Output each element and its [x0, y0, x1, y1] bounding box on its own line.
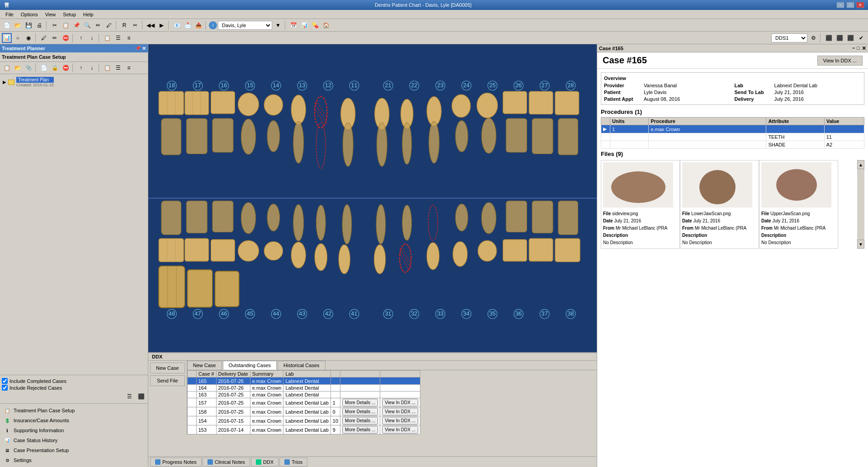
include-completed-checkbox[interactable]: [2, 378, 8, 384]
send-file-button[interactable]: Send File: [150, 375, 185, 386]
menu-options[interactable]: Options: [17, 11, 42, 18]
file-card[interactable]: File sideview.png Date July 21, 2016 Fro…: [601, 160, 680, 249]
info-btn[interactable]: i: [209, 21, 217, 29]
view-in-ddx-button[interactable]: View In DDX ...: [817, 56, 863, 66]
settings-gear[interactable]: ⚙: [808, 33, 818, 43]
more-details-btn[interactable]: More Details ...: [342, 399, 378, 406]
recs-btn1[interactable]: ⬛: [824, 33, 834, 43]
maximize-button[interactable]: □: [846, 2, 854, 8]
print-btn[interactable]: 🖨: [34, 20, 44, 30]
close-button[interactable]: ✕: [856, 2, 864, 8]
tp-btn8[interactable]: ↓: [87, 63, 97, 73]
btn14[interactable]: ▶: [156, 20, 166, 30]
tp-btn9[interactable]: 📋: [102, 63, 112, 73]
proc-table-row[interactable]: TEETH11: [601, 133, 864, 141]
proc-table-row[interactable]: SHADEA2: [601, 141, 864, 149]
provider-dropdown[interactable]: DDS1: [771, 33, 807, 42]
view-in-ddx-row-btn[interactable]: View In DDX ...: [382, 426, 418, 434]
ddx-table-row[interactable]: 1542016-07-15e.max CrownLabnext Dental L…: [187, 416, 420, 425]
tp-btn3[interactable]: 📎: [24, 63, 33, 73]
btn17[interactable]: 📤: [193, 20, 203, 30]
pin-icon[interactable]: 📌: [135, 46, 141, 52]
chart-btn11[interactable]: ≡: [124, 33, 134, 43]
files-scroll-up[interactable]: ▲: [857, 160, 864, 169]
btn15[interactable]: 📧: [172, 20, 182, 30]
more-details-btn[interactable]: More Details ...: [342, 426, 378, 434]
save-btn[interactable]: 💾: [24, 20, 33, 30]
tree-expand[interactable]: ▶ Treatment Plan Created: 2015-01-15: [2, 76, 146, 88]
btn19[interactable]: 📊: [299, 20, 309, 30]
chart-btn8[interactable]: ↓: [87, 33, 97, 43]
chart-btn6[interactable]: ⛔: [61, 33, 71, 43]
view-in-ddx-row-btn[interactable]: View In DDX ...: [382, 417, 418, 425]
minimize-button[interactable]: −: [836, 2, 844, 8]
ddx-table-row[interactable]: 1582016-07-25e.max CrownLabnext Dental L…: [187, 407, 420, 416]
more-details-btn[interactable]: More Details ...: [342, 417, 378, 425]
ddx-table-row[interactable]: ▶1652016-07-26e.max CrownLabnext Dental: [187, 377, 420, 385]
tp-btn1[interactable]: 📋: [2, 63, 12, 73]
chart-btn2[interactable]: ○: [13, 33, 23, 43]
btn7[interactable]: 📌: [71, 20, 81, 30]
tab-trios[interactable]: Trios: [279, 458, 307, 467]
btn5[interactable]: ✂: [50, 20, 60, 30]
right-min-btn[interactable]: −: [852, 45, 855, 52]
ddx-table-row[interactable]: 1532016-07-14e.max CrownLabnext Dental L…: [187, 425, 420, 434]
nav-insurance-case-amounts[interactable]: 💲 Insurance/Case Amounts: [0, 415, 148, 425]
tab-progress-notes[interactable]: Progress Notes: [150, 458, 202, 467]
nav-supporting-information[interactable]: ℹ Supporting Information: [0, 425, 148, 435]
chart-btn4[interactable]: 🖊: [39, 33, 49, 43]
tp-btn5[interactable]: 🔒: [50, 63, 60, 73]
tab-new-case[interactable]: New Case: [187, 361, 222, 370]
view-in-ddx-row-btn[interactable]: View In DDX ...: [382, 399, 418, 406]
menu-setup[interactable]: Setup: [59, 11, 80, 18]
btn21[interactable]: 🏠: [321, 20, 331, 30]
view-btn2[interactable]: ⬛: [136, 392, 146, 401]
tab-outstanding-cases[interactable]: Outstanding Cases: [223, 361, 277, 370]
btn9[interactable]: ✏: [93, 20, 103, 30]
new-case-button[interactable]: New Case: [150, 363, 185, 373]
chart-btn9[interactable]: 📋: [102, 33, 112, 43]
btn16[interactable]: 📩: [183, 20, 193, 30]
chart-btn3[interactable]: ◉: [24, 33, 33, 43]
menu-view[interactable]: View: [42, 11, 60, 18]
open-btn[interactable]: 📂: [13, 20, 23, 30]
new-btn[interactable]: 📄: [2, 20, 12, 30]
recs-btn3[interactable]: ⬛: [845, 33, 855, 43]
right-close-btn[interactable]: ✕: [862, 45, 866, 52]
tp-btn10[interactable]: ☰: [113, 63, 123, 73]
recs-btn4[interactable]: ✔: [856, 33, 866, 43]
nav-case-presentation-setup[interactable]: 🖥 Case Presentation Setup: [0, 445, 148, 455]
proc-table-row[interactable]: ▶1e.max Crown: [601, 125, 864, 133]
btn11[interactable]: R: [119, 20, 129, 30]
menu-file[interactable]: File: [2, 11, 17, 18]
file-card[interactable]: File UpperJawScan.png Date July 21, 2016…: [759, 160, 838, 249]
chart-btn5[interactable]: ✏: [50, 33, 60, 43]
file-card[interactable]: File LowerJawScan.png Date July 21, 2016…: [680, 160, 759, 249]
include-rejected-checkbox[interactable]: [2, 385, 8, 391]
recs-btn2[interactable]: ⬛: [835, 33, 844, 43]
chart-btn10[interactable]: ☰: [113, 33, 123, 43]
more-details-btn[interactable]: More Details ...: [342, 408, 378, 415]
ddx-table-row[interactable]: 1632016-07-25e.max CrownLabnext Dental: [187, 392, 420, 398]
btn20[interactable]: 💊: [310, 20, 320, 30]
patient-dropdown[interactable]: Davis, Lyle: [218, 21, 272, 30]
btn18[interactable]: 📅: [288, 20, 298, 30]
tp-btn4[interactable]: 📄: [39, 63, 49, 73]
ddx-table-row[interactable]: 1642016-07-26e.max CrownLabnext Dental: [187, 385, 420, 392]
tp-btn7[interactable]: ↑: [76, 63, 86, 73]
tp-btn6[interactable]: ⛔: [61, 63, 71, 73]
tab-clinical-notes[interactable]: Clinical Notes: [203, 458, 250, 467]
dental-chart[interactable]: 18 17 16 15 14 13 12 11 21 22 23 24 25 2…: [148, 44, 597, 352]
btn12[interactable]: ✂: [130, 20, 140, 30]
view-btn1[interactable]: ☰: [124, 392, 134, 401]
btn6[interactable]: 📋: [61, 20, 71, 30]
tab-historical-cases[interactable]: Historical Cases: [278, 361, 325, 370]
btn13[interactable]: ◀◀: [146, 20, 156, 30]
tab-ddx[interactable]: DDX: [251, 458, 278, 467]
view-in-ddx-row-btn[interactable]: View In DDX ...: [382, 408, 418, 415]
chart-btn7[interactable]: ↑: [76, 33, 86, 43]
tp-btn11[interactable]: ≡: [124, 63, 134, 73]
ddx-table-row[interactable]: 1572016-07-25e.max CrownLabnext Dental L…: [187, 398, 420, 407]
chart-view-btn[interactable]: 📊: [2, 33, 12, 43]
menu-help[interactable]: Help: [80, 11, 97, 18]
